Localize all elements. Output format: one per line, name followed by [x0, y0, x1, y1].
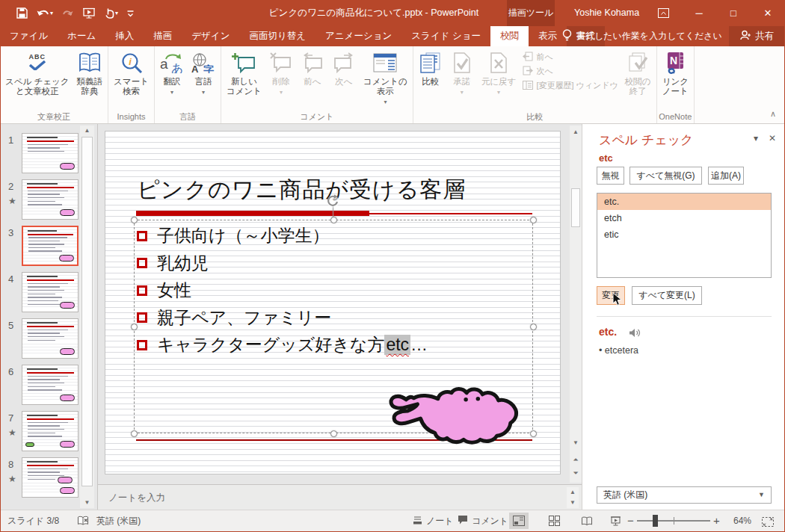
slide-thumbnail-5[interactable]: [22, 318, 78, 359]
notes-toggle[interactable]: ノート: [413, 510, 454, 531]
rotate-handle-icon[interactable]: [326, 194, 340, 211]
slide-counter[interactable]: スライド 3/8: [7, 510, 59, 531]
selection-handle[interactable]: [330, 430, 337, 437]
proofing-errors-icon[interactable]: [77, 510, 89, 531]
zoom-slider-thumb[interactable]: [653, 515, 658, 527]
notes-placeholder[interactable]: ノートを入力: [108, 492, 165, 504]
tab-描画[interactable]: 描画: [144, 26, 182, 46]
misspelled-word-highlight[interactable]: etc: [384, 335, 410, 355]
slide-canvas[interactable]: ピンクのワニ商品が受ける客層 子供向け（～小学生）乳幼児女性親子ペア、ファミリー…: [105, 131, 561, 474]
collapse-ribbon-icon[interactable]: ∧: [770, 109, 776, 119]
customize-qat-icon[interactable]: [124, 3, 137, 24]
tell-me-box[interactable]: 実行したい作業を入力してください: [562, 26, 722, 46]
slide-thumbnail-3[interactable]: [22, 226, 78, 266]
ribbon-display-options-icon[interactable]: [646, 0, 680, 26]
ribbon-button-比較[interactable]: 比較: [415, 47, 446, 111]
bullet-item[interactable]: 女性: [137, 276, 191, 304]
selection-handle[interactable]: [530, 324, 537, 330]
ribbon-group-言語: aあ翻訳▾A字言語▾言語: [155, 46, 221, 123]
slideshow-view-button[interactable]: [606, 513, 625, 529]
scroll-up-icon[interactable]: ▲: [567, 487, 579, 498]
minimize-button[interactable]: ─: [682, 0, 716, 26]
status-language[interactable]: 英語 (米国): [96, 510, 141, 531]
bullet-item[interactable]: 乳幼児: [137, 250, 209, 277]
ribbon-button-類義語辞典[interactable]: 類義語 辞典: [73, 47, 107, 111]
thumbnail-scrollbar[interactable]: ▲ ▼: [80, 126, 94, 508]
previous-slide-icon[interactable]: ⏶: [570, 454, 582, 465]
bullet-item[interactable]: 親子ペア、ファミリー: [137, 304, 331, 332]
slide-thumbnail-6[interactable]: [22, 365, 78, 405]
undo-icon[interactable]: ▾: [34, 3, 56, 24]
selection-handle[interactable]: [530, 217, 537, 223]
pane-close-icon[interactable]: ✕: [769, 133, 776, 143]
share-button[interactable]: 共有: [729, 26, 785, 46]
pane-options-chevron-icon[interactable]: ▾: [754, 133, 758, 143]
speaker-icon[interactable]: [629, 327, 641, 341]
zoom-percent[interactable]: 64%: [733, 510, 751, 531]
pink-crocodile-drawing[interactable]: [388, 372, 524, 456]
next-slide-icon[interactable]: ⏷: [570, 468, 582, 478]
slide-sorter-view-button[interactable]: [544, 513, 564, 529]
dictionary-language-combobox[interactable]: 英語 (米国) ▼: [597, 486, 772, 504]
fit-to-window-icon[interactable]: [758, 513, 778, 530]
tab-挿入[interactable]: 挿入: [105, 26, 144, 46]
ribbon-button-リンクノート[interactable]: Nリンク ノート: [659, 47, 692, 111]
tab-校閲[interactable]: 校閲: [490, 26, 529, 46]
ribbon-button-コメントの表示[interactable]: コメントの 表示▾: [360, 47, 411, 111]
tab-スライド ショー[interactable]: スライド ショー: [401, 26, 490, 46]
ribbon-button-スペル チェックと文章校正[interactable]: ABCスペル チェック と文章校正: [1, 47, 73, 111]
slide-thumbnail-4[interactable]: [22, 272, 78, 312]
tab-アニメーション[interactable]: アニメーション: [315, 26, 401, 46]
previous-change-icon: [523, 52, 533, 63]
ignore-button[interactable]: 無視: [597, 167, 624, 185]
slide-scrollbar[interactable]: ▲ ▼ ⏶ ⏷: [570, 126, 582, 483]
start-slideshow-icon[interactable]: [79, 3, 99, 24]
notes-pane[interactable]: ノートを入力 ▲ ▼: [98, 484, 582, 510]
comments-toggle[interactable]: コメント: [458, 510, 508, 531]
tab-画面切り替え[interactable]: 画面切り替え: [239, 26, 315, 46]
suggestion-item[interactable]: etic: [597, 226, 771, 243]
ribbon-button-スマート検索[interactable]: iスマート 検索: [110, 47, 153, 111]
normal-view-button[interactable]: [509, 513, 529, 529]
scroll-down-icon[interactable]: ▼: [80, 498, 94, 508]
touch-mode-icon[interactable]: ▾: [102, 3, 121, 24]
zoom-in-button[interactable]: +: [713, 510, 720, 531]
reading-view-button[interactable]: [577, 513, 597, 529]
tab-ファイル[interactable]: ファイル: [0, 26, 58, 46]
ignore-all-button[interactable]: すべて無視(G): [629, 167, 702, 185]
suggestion-item[interactable]: etch: [597, 210, 771, 226]
add-button[interactable]: 追加(A): [708, 167, 744, 185]
scroll-up-icon[interactable]: ▲: [570, 127, 582, 137]
bullet-item-etc[interactable]: キャラクターグッズ好きな方 etc…: [137, 331, 428, 359]
bullet-item[interactable]: 子供向け（～小学生）: [137, 222, 330, 250]
scroll-down-icon[interactable]: ▼: [567, 498, 579, 508]
ribbon-button-翻訳[interactable]: aあ翻訳▾: [156, 47, 188, 111]
selection-handle[interactable]: [131, 430, 138, 437]
slide-title[interactable]: ピンクのワニ商品が受ける客層: [137, 175, 466, 205]
close-button[interactable]: ✕: [751, 0, 785, 26]
smart-lookup-icon: i: [120, 50, 143, 75]
redo-icon[interactable]: [59, 3, 76, 24]
tab-デザイン[interactable]: デザイン: [182, 26, 239, 46]
selection-handle[interactable]: [330, 217, 337, 223]
previous-comment-icon: [301, 50, 324, 75]
maximize-button[interactable]: □: [716, 0, 751, 26]
scroll-down-icon[interactable]: ▼: [570, 438, 582, 448]
notes-scrollbar[interactable]: ▲ ▼: [567, 487, 579, 508]
selection-handle[interactable]: [530, 430, 537, 437]
tab-ホーム[interactable]: ホーム: [58, 26, 105, 46]
slide-thumbnail-8[interactable]: [22, 457, 78, 498]
slide-thumbnail-1[interactable]: [22, 133, 78, 173]
ribbon-button-[変更履歴] ウィンドウ: [変更履歴] ウィンドウ: [523, 80, 618, 91]
ribbon-button-新しいコメント[interactable]: 新しい コメント: [223, 47, 265, 111]
scroll-up-icon[interactable]: ▲: [80, 126, 94, 136]
ribbon-button-言語[interactable]: A字言語▾: [188, 47, 219, 111]
save-icon[interactable]: [13, 3, 31, 24]
scrollbar-thumb[interactable]: [571, 188, 580, 227]
slide-thumbnail-2[interactable]: [22, 179, 78, 220]
tab-表示[interactable]: 表示: [529, 26, 567, 46]
zoom-out-button[interactable]: −: [627, 510, 634, 531]
change-all-button[interactable]: すべて変更(L): [632, 286, 702, 305]
slide-thumbnail-7[interactable]: [22, 411, 78, 451]
suggestion-item[interactable]: etc.: [597, 194, 771, 210]
